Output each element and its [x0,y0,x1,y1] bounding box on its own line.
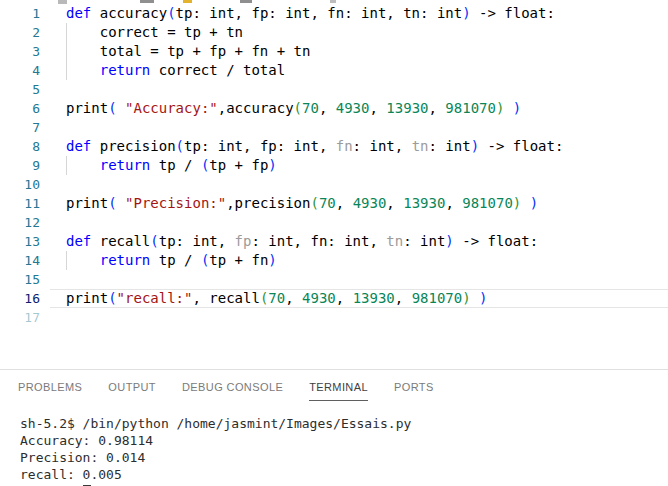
line-number-8[interactable]: 8 [0,137,40,156]
terminal[interactable]: sh-5.2$ /bin/python /home/jasmint/Images… [0,403,668,486]
code-token: print [66,195,108,211]
panel-tab-terminal[interactable]: TERMINAL [309,378,368,401]
terminal-output: sh-5.2$ /bin/python /home/jasmint/Images… [20,415,668,486]
line-number-5[interactable]: 5 [0,80,40,99]
line-number-17[interactable]: 17 [0,308,40,327]
breadcrumb-symbol-icon [183,0,192,3]
code-line-9[interactable]: 9 return tp / (tp + fp) [0,156,668,175]
code-token: ,accuracy [218,100,294,116]
line-number-4[interactable]: 4 [0,61,40,80]
code-token: : int, fn: int, [251,233,386,249]
line-number-14[interactable]: 14 [0,251,40,270]
panel-tab-problems[interactable]: PROBLEMS [18,378,82,401]
code-token [521,195,529,211]
code-token: ( [176,138,184,154]
line-number-7[interactable]: 7 [0,118,40,137]
code-token: return [100,62,151,78]
code-line-16[interactable]: 16print("recall:", recall(70, 4930, 1393… [0,289,668,308]
code-line-3[interactable]: 3 total = tp + fp + fn + tn [0,42,668,61]
line-number-12[interactable]: 12 [0,213,40,232]
code-token: recall [91,233,150,249]
code-token: , [319,100,336,116]
code-token: 70 [319,195,336,211]
line-number-10[interactable]: 10 [0,175,40,194]
code-token: ( [108,290,116,306]
code-token [117,100,125,116]
line-number-3[interactable]: 3 [0,42,40,61]
code-line-7[interactable]: 7 [0,118,668,137]
code-token: tn [412,138,429,154]
code-text: def accuracy(tp: int, fp: int, fn: int, … [66,4,555,23]
code-text: correct = tp + tn [66,23,243,42]
code-line-12[interactable]: 12 [0,213,668,232]
code-token: : int, [353,138,412,154]
code-text: return tp / (tp + fp) [66,156,277,175]
code-text: total = tp + fp + fn + tn [66,42,310,61]
code-line-15[interactable]: 15 [0,270,668,289]
code-line-5[interactable]: 5 [0,80,668,99]
code-token [117,195,125,211]
panel-tab-debug-console[interactable]: DEBUG CONSOLE [182,378,283,401]
code-token: total = tp + fp + fn + tn [66,43,310,59]
code-token [66,252,100,268]
code-token: tp / [150,157,201,173]
code-text: def precision(tp: int, fp: int, fn: int,… [66,137,563,156]
line-number-11[interactable]: 11 [0,194,40,213]
code-line-11[interactable]: 11print( "Precision:",precision(70, 4930… [0,194,668,213]
panel-tab-output[interactable]: OUTPUT [108,378,156,401]
code-token: def [66,5,91,21]
line-number-2[interactable]: 2 [0,23,40,42]
code-line-2[interactable]: 2 correct = tp + tn [0,23,668,42]
code-token: "recall:" [117,290,193,306]
line-number-16[interactable]: 16 [0,289,40,308]
line-number-9[interactable]: 9 [0,156,40,175]
code-line-8[interactable]: 8def precision(tp: int, fp: int, fn: int… [0,137,668,156]
code-token: 4930 [302,290,336,306]
code-token: ( [167,5,175,21]
code-token: tp + fn [209,252,268,268]
code-token: 13930 [403,195,445,211]
line-number-13[interactable]: 13 [0,232,40,251]
line-number-1[interactable]: 1 [0,4,40,23]
line-number-6[interactable]: 6 [0,99,40,118]
code-line-6[interactable]: 6print( "Accuracy:",accuracy(70, 4930, 1… [0,99,668,118]
code-token: -> float: [471,5,555,21]
code-editor[interactable]: 1def accuracy(tp: int, fp: int, fn: int,… [0,4,668,369]
code-token: ) [513,100,521,116]
code-token: , [285,290,302,306]
code-token: ) [462,5,470,21]
code-token: 4930 [336,100,370,116]
code-token: print [66,100,108,116]
code-token: 4930 [353,195,387,211]
code-token: ( [310,195,318,211]
code-token: , [395,290,412,306]
line-number-15[interactable]: 15 [0,270,40,289]
code-line-13[interactable]: 13def recall(tp: int, fp: int, fn: int, … [0,232,668,251]
code-token: accuracy [91,5,167,21]
code-token: ( [294,100,302,116]
code-token: "Accuracy:" [125,100,218,116]
bottom-panel: PROBLEMSOUTPUTDEBUG CONSOLETERMINALPORTS… [0,369,668,486]
code-line-10[interactable]: 10 [0,175,668,194]
code-line-17[interactable]: 17 [0,308,668,327]
code-token: , [369,100,386,116]
code-token: , [336,195,353,211]
code-token [66,157,100,173]
code-line-14[interactable]: 14 return tp / (tp + fn) [0,251,668,270]
code-token: ( [150,233,158,249]
code-token: ) [445,233,453,249]
code-token: , [445,195,462,211]
code-token: print [66,290,108,306]
code-line-1[interactable]: 1def accuracy(tp: int, fp: int, fn: int,… [0,4,668,23]
code-token: ) [530,195,538,211]
code-token: , [429,100,446,116]
code-token: 70 [302,100,319,116]
code-token: correct / total [150,62,285,78]
code-token: ,precision [226,195,310,211]
terminal-line: recall: 0.005 [20,466,668,483]
code-line-4[interactable]: 4 return correct / total [0,61,668,80]
panel-tab-ports[interactable]: PORTS [394,378,434,401]
code-token: tp: int, fp: int, fn: int, tn: int [176,5,463,21]
code-token: "Precision:" [125,195,226,211]
code-token: return [100,252,151,268]
